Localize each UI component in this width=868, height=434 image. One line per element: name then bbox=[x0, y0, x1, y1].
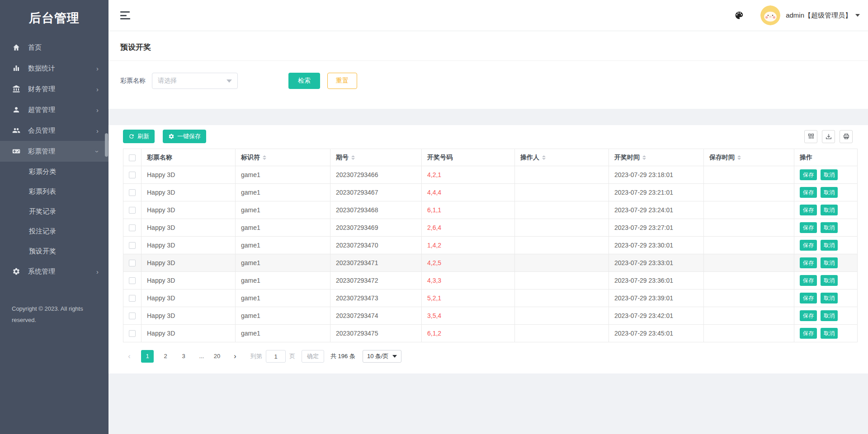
user-menu[interactable]: admin【超级管理员】 bbox=[780, 11, 860, 20]
submenu-item[interactable]: 彩票分类 bbox=[0, 162, 108, 182]
table-row: Happy 3Dgame12023072934724,3,32023-07-29… bbox=[123, 272, 858, 289]
sidebar-item-members[interactable]: 会员管理› bbox=[0, 120, 108, 141]
page-button-3[interactable]: 3 bbox=[177, 350, 190, 363]
column-header-code[interactable]: 标识符 bbox=[236, 149, 330, 166]
print-button[interactable] bbox=[840, 130, 853, 143]
sidebar-item-system[interactable]: 系统管理› bbox=[0, 261, 108, 282]
submenu-item[interactable]: 投注记录 bbox=[0, 221, 108, 241]
page-size-label: 10 条/页 bbox=[367, 352, 389, 360]
page-button-20[interactable]: 20 bbox=[211, 350, 223, 363]
row-select-cell bbox=[123, 219, 142, 237]
row-checkbox[interactable] bbox=[129, 242, 136, 249]
cell-result: 1,4,2 bbox=[422, 237, 515, 254]
row-save-button[interactable]: 保存 bbox=[800, 187, 817, 198]
sidebar-item-finance[interactable]: 财务管理› bbox=[0, 79, 108, 99]
sidebar-item-label: 系统管理 bbox=[28, 267, 96, 276]
sort-icon[interactable] bbox=[737, 155, 741, 160]
page-size-select[interactable]: 10 条/页 bbox=[363, 350, 401, 363]
row-cancel-button[interactable]: 取消 bbox=[821, 310, 838, 321]
sidebar-collapse-icon[interactable] bbox=[120, 11, 131, 19]
row-save-button[interactable]: 保存 bbox=[800, 293, 817, 303]
cell-operator bbox=[515, 272, 609, 289]
row-save-button[interactable]: 保存 bbox=[800, 275, 817, 286]
row-checkbox[interactable] bbox=[129, 224, 136, 231]
cell-code: game1 bbox=[236, 307, 330, 325]
cell-draw-time: 2023-07-29 23:18:01 bbox=[609, 166, 704, 184]
reset-button[interactable]: 重置 bbox=[327, 73, 357, 89]
page-button-2[interactable]: 2 bbox=[159, 350, 172, 363]
cell-code: game1 bbox=[236, 201, 330, 219]
sort-icon[interactable] bbox=[263, 155, 266, 160]
page-jump-input[interactable] bbox=[266, 350, 286, 363]
row-checkbox[interactable] bbox=[129, 277, 136, 284]
cell-result: 6,1,1 bbox=[422, 201, 515, 219]
cell-result: 4,2,1 bbox=[422, 166, 515, 184]
row-cancel-button[interactable]: 取消 bbox=[821, 328, 838, 339]
row-checkbox[interactable] bbox=[129, 172, 136, 178]
sidebar-item-admins[interactable]: 超管管理› bbox=[0, 99, 108, 120]
cell-code: game1 bbox=[236, 325, 330, 342]
row-checkbox[interactable] bbox=[129, 330, 136, 337]
row-save-button[interactable]: 保存 bbox=[800, 240, 817, 251]
table-row: Happy 3Dgame12023072934664,2,12023-07-29… bbox=[123, 166, 858, 184]
submenu-item[interactable]: 彩票列表 bbox=[0, 182, 108, 201]
theme-palette-icon[interactable] bbox=[733, 9, 745, 21]
row-cancel-button[interactable]: 取消 bbox=[821, 205, 838, 215]
sidebar-item-home[interactable]: 首页 bbox=[0, 37, 108, 58]
sidebar-scrollbar-thumb[interactable] bbox=[105, 133, 108, 157]
cell-actions: 保存取消 bbox=[794, 166, 858, 184]
column-header-issue[interactable]: 期号 bbox=[330, 149, 422, 166]
cell-result: 5,2,1 bbox=[422, 289, 515, 307]
cell-save-time bbox=[704, 254, 794, 272]
cell-lottery-name: Happy 3D bbox=[142, 325, 236, 342]
export-button[interactable] bbox=[822, 130, 835, 143]
sort-icon[interactable] bbox=[351, 155, 355, 160]
sidebar-item-stats[interactable]: 数据统计› bbox=[0, 58, 108, 79]
column-header-operator[interactable]: 操作人 bbox=[515, 149, 609, 166]
row-save-button[interactable]: 保存 bbox=[800, 310, 817, 321]
page-button-1[interactable]: 1 bbox=[141, 350, 154, 363]
sort-icon[interactable] bbox=[542, 155, 546, 160]
select-all-checkbox[interactable] bbox=[129, 154, 136, 161]
row-save-button[interactable]: 保存 bbox=[800, 169, 817, 180]
next-page-button[interactable]: › bbox=[229, 350, 241, 363]
cell-draw-time: 2023-07-29 23:39:01 bbox=[609, 289, 704, 307]
avatar[interactable] bbox=[760, 5, 780, 25]
row-save-button[interactable]: 保存 bbox=[800, 328, 817, 339]
row-cancel-button[interactable]: 取消 bbox=[821, 240, 838, 251]
cell-actions: 保存取消 bbox=[794, 307, 858, 325]
jump-confirm-button[interactable]: 确定 bbox=[302, 350, 324, 363]
row-checkbox[interactable] bbox=[129, 260, 136, 266]
column-header-draw_time[interactable]: 开奖时间 bbox=[609, 149, 704, 166]
submenu-item[interactable]: 开奖记录 bbox=[0, 201, 108, 221]
row-cancel-button[interactable]: 取消 bbox=[821, 222, 838, 233]
column-header-save_time[interactable]: 保存时间 bbox=[704, 149, 794, 166]
printer-icon bbox=[843, 133, 850, 140]
row-save-button[interactable]: 保存 bbox=[800, 205, 817, 215]
row-cancel-button[interactable]: 取消 bbox=[821, 257, 838, 268]
user-icon bbox=[12, 105, 21, 114]
row-checkbox[interactable] bbox=[129, 189, 136, 196]
save-all-button[interactable]: 一键保存 bbox=[163, 130, 206, 143]
columns-toggle-button[interactable] bbox=[804, 130, 817, 143]
row-cancel-button[interactable]: 取消 bbox=[821, 169, 838, 180]
lottery-name-select[interactable]: 请选择 bbox=[152, 73, 238, 89]
row-checkbox[interactable] bbox=[129, 313, 136, 319]
row-cancel-button[interactable]: 取消 bbox=[821, 187, 838, 198]
table-row: Happy 3Dgame12023072934674,4,42023-07-29… bbox=[123, 184, 858, 201]
cell-draw-time: 2023-07-29 23:24:01 bbox=[609, 201, 704, 219]
refresh-button[interactable]: 刷新 bbox=[123, 130, 155, 143]
row-cancel-button[interactable]: 取消 bbox=[821, 293, 838, 303]
row-save-button[interactable]: 保存 bbox=[800, 222, 817, 233]
sort-icon[interactable] bbox=[642, 155, 646, 160]
sidebar-item-lottery[interactable]: 彩票管理› bbox=[0, 141, 108, 162]
row-checkbox[interactable] bbox=[129, 207, 136, 214]
chevron-right-icon: › bbox=[96, 127, 99, 134]
row-save-button[interactable]: 保存 bbox=[800, 257, 817, 268]
cell-code: game1 bbox=[236, 272, 330, 289]
search-button[interactable]: 检索 bbox=[288, 73, 320, 89]
submenu-item[interactable]: 预设开奖 bbox=[0, 241, 108, 261]
row-cancel-button[interactable]: 取消 bbox=[821, 275, 838, 286]
lottery-name-label: 彩票名称 bbox=[120, 77, 146, 85]
row-checkbox[interactable] bbox=[129, 295, 136, 302]
